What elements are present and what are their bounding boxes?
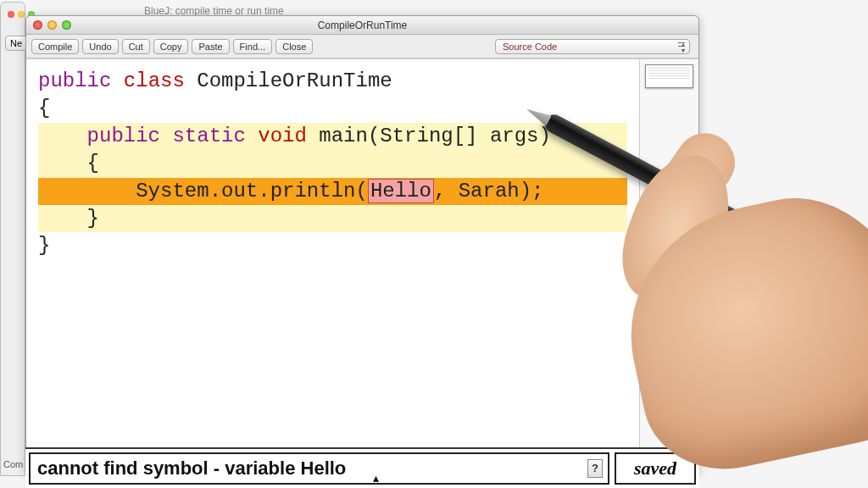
code-pane[interactable]: public class CompileOrRunTime { public s… xyxy=(26,59,639,472)
brace-open: { xyxy=(38,97,50,119)
bg-new-button[interactable]: Ne xyxy=(5,36,27,51)
println-pre: System.out.println( xyxy=(38,180,368,202)
copy-button[interactable]: Copy xyxy=(153,39,189,54)
compiler-error-box: cannot find symbol - variable Hello ? xyxy=(29,452,609,485)
kw-void: void xyxy=(258,125,307,147)
close-icon[interactable] xyxy=(33,20,42,30)
error-line: System.out.println(Hello, Sarah); xyxy=(38,178,627,205)
save-status: saved xyxy=(615,452,696,485)
cursor-icon: ▴ xyxy=(373,471,379,485)
overview-thumb[interactable] xyxy=(645,64,693,88)
window-title: CompileOrRunTime xyxy=(318,19,408,31)
method-block-hl: public static void main(String[] args) xyxy=(38,123,627,150)
method-brace-open: { xyxy=(38,150,627,177)
bg-partial-label: Com xyxy=(3,459,23,469)
kw-class: class xyxy=(124,69,185,92)
view-mode-label: Source Code xyxy=(503,42,557,52)
compiler-error-text: cannot find symbol - variable Hello xyxy=(37,458,346,480)
view-mode-select[interactable]: Source Code ▴▾ xyxy=(495,39,690,54)
cut-button[interactable]: Cut xyxy=(122,39,150,54)
chevron-updown-icon: ▴▾ xyxy=(682,42,685,53)
minimize-icon[interactable] xyxy=(47,20,57,30)
overview-pane[interactable] xyxy=(639,59,698,472)
undo-button[interactable]: Undo xyxy=(82,39,118,54)
help-button[interactable]: ? xyxy=(587,459,603,478)
kw-public2: public xyxy=(87,125,160,147)
close-button[interactable]: Close xyxy=(275,39,313,54)
toolbar: Compile Undo Cut Copy Paste Find... Clos… xyxy=(26,35,698,58)
traffic-lights[interactable] xyxy=(33,20,71,30)
error-token: Hello xyxy=(368,179,434,203)
code-content[interactable]: public class CompileOrRunTime { public s… xyxy=(26,59,639,269)
find-button[interactable]: Find... xyxy=(233,39,273,54)
compile-button[interactable]: Compile xyxy=(31,39,79,54)
status-bar: cannot find symbol - variable Hello ? sa… xyxy=(25,447,699,488)
class-name: CompileOrRunTime xyxy=(185,69,392,92)
titlebar: CompileOrRunTime xyxy=(26,16,698,35)
zoom-icon[interactable] xyxy=(62,20,71,30)
method-brace-close: } xyxy=(38,205,627,232)
background-window xyxy=(0,2,25,476)
kw-static: static xyxy=(172,125,245,147)
method-sig: main(String[] args) xyxy=(307,125,551,147)
paste-button[interactable]: Paste xyxy=(192,39,229,54)
println-post: , Sarah); xyxy=(434,180,544,202)
editor-body: public class CompileOrRunTime { public s… xyxy=(26,58,698,472)
kw-public: public xyxy=(38,69,111,92)
editor-window: CompileOrRunTime Compile Undo Cut Copy P… xyxy=(25,15,699,473)
brace-close: } xyxy=(38,234,50,257)
